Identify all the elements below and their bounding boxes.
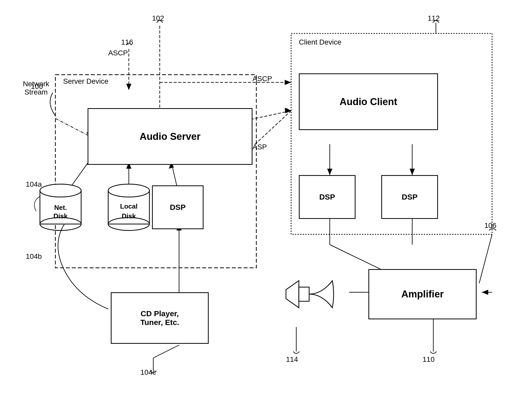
amplifier-label: Amplifier — [401, 289, 444, 300]
dsp-client1-label: DSP — [319, 193, 335, 201]
diagram: 116 102 112 100 104a 104b 104c 106 110 1… — [0, 0, 532, 403]
dsp-client1-box: DSP — [299, 175, 356, 219]
audio-client-box: Audio Client — [299, 73, 438, 130]
svg-text:Disk: Disk — [54, 212, 68, 220]
net-disk: Net. Disk — [37, 180, 84, 233]
audio-server-box: Audio Server — [88, 108, 252, 165]
svg-marker-20 — [285, 108, 291, 113]
svg-marker-50 — [286, 281, 299, 308]
svg-text:Disk: Disk — [122, 212, 136, 220]
ref-112: 112 — [428, 14, 440, 22]
ref-104b: 104b — [26, 252, 42, 261]
ref-116: 116 — [121, 38, 133, 46]
svg-rect-0 — [55, 75, 256, 268]
ref-114: 114 — [286, 355, 298, 364]
svg-point-46 — [108, 184, 149, 197]
amplifier-box: Amplifier — [368, 269, 477, 319]
svg-marker-34 — [285, 108, 291, 113]
speaker-icon — [283, 273, 345, 316]
dsp-client2-label: DSP — [402, 193, 418, 201]
ref-106: 106 — [484, 221, 496, 230]
svg-text:Net.: Net. — [54, 204, 67, 211]
svg-marker-31 — [482, 290, 488, 295]
ref-102: 102 — [152, 14, 164, 22]
ref-110: 110 — [423, 355, 435, 364]
client-device-label: Client Device — [299, 38, 341, 46]
svg-marker-22 — [327, 169, 332, 175]
asp-label: ASP — [252, 143, 267, 151]
audio-client-label: Audio Client — [340, 96, 397, 107]
local-disk: Local Disk — [106, 180, 152, 233]
svg-line-2 — [55, 118, 90, 136]
cd-player-label: CD Player,Tuner, Etc. — [140, 309, 179, 327]
svg-marker-13 — [126, 84, 131, 90]
svg-marker-24 — [410, 169, 415, 175]
dsp-server-box: DSP — [152, 185, 204, 229]
svg-text:Local: Local — [120, 202, 138, 210]
ascp-left-label: ASCP — [108, 49, 128, 57]
svg-line-39 — [153, 345, 179, 358]
ref-104c: 104c — [140, 368, 156, 376]
network-stream-label: NetworkStream — [15, 80, 57, 96]
svg-line-19 — [255, 111, 291, 144]
svg-point-41 — [40, 184, 81, 197]
server-device-label: Server Device — [63, 77, 108, 85]
cd-player-box: CD Player,Tuner, Etc. — [111, 292, 209, 344]
dsp-client2-box: DSP — [381, 175, 438, 219]
svg-line-29 — [479, 234, 492, 283]
dsp-server-label: DSP — [170, 203, 186, 212]
svg-rect-51 — [299, 287, 309, 301]
audio-server-label: Audio Server — [140, 131, 201, 142]
svg-marker-16 — [285, 80, 291, 85]
ascp-right-label: ASCP — [252, 75, 272, 83]
